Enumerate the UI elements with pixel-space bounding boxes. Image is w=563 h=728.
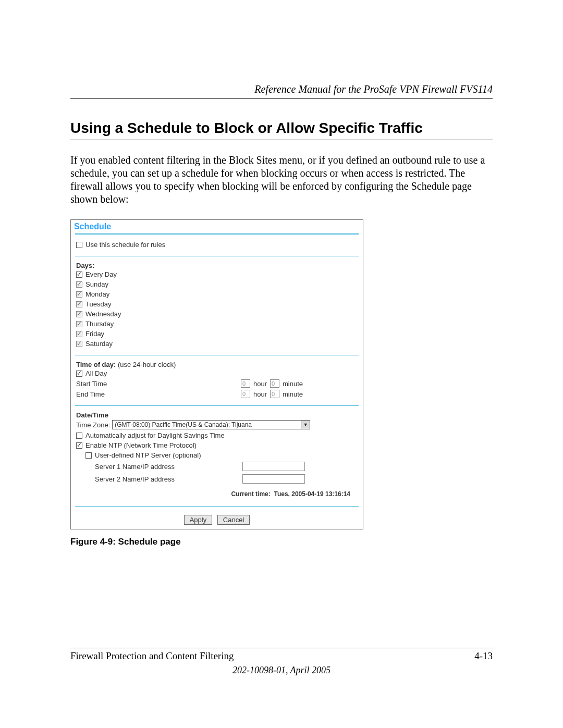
body-paragraph: If you enabled content filtering in the … — [70, 154, 493, 206]
checkbox-all-day[interactable] — [76, 371, 82, 377]
end-time-row: End Time 0 hour 0 minute — [76, 389, 358, 399]
datetime-header: Date/Time — [76, 411, 358, 419]
time-header-prefix: Time of day: — [76, 361, 116, 368]
apply-button[interactable]: Apply — [184, 515, 213, 525]
end-time-label: End Time — [76, 390, 238, 398]
all-day-label: All Day — [85, 369, 107, 377]
divider — [75, 256, 359, 256]
hour-unit: hour — [253, 390, 267, 398]
divider — [75, 405, 359, 406]
time-of-day-header: Time of day: (use 24-hour clock) — [76, 361, 358, 368]
checkbox-sunday[interactable] — [76, 281, 82, 288]
day-label: Every Day — [85, 270, 117, 278]
panel-title: Schedule — [71, 220, 363, 232]
start-time-label: Start Time — [76, 380, 238, 388]
use-schedule-checkbox[interactable] — [76, 242, 82, 248]
checkbox-ntp[interactable] — [76, 442, 82, 449]
end-hour-input[interactable]: 0 — [241, 390, 250, 398]
use-schedule-section: Use this schedule for rules — [71, 238, 363, 253]
checkbox-friday[interactable] — [76, 331, 82, 337]
start-time-row: Start Time 0 hour 0 minute — [76, 378, 358, 389]
server1-row: Server 1 Name/IP address — [76, 460, 358, 473]
day-label: Wednesday — [85, 310, 121, 318]
checkbox-thursday[interactable] — [76, 321, 82, 327]
time-section: Time of day: (use 24-hour clock) All Day… — [71, 359, 363, 402]
day-label: Thursday — [85, 320, 114, 328]
dst-label: Automatically adjust for Daylight Saving… — [85, 431, 225, 439]
time-header-note: (use 24-hour clock) — [116, 361, 176, 368]
running-header: Reference Manual for the ProSafe VPN Fir… — [70, 83, 493, 99]
end-minute-input[interactable]: 0 — [270, 390, 279, 398]
timezone-select[interactable]: (GMT-08:00) Pacific Time(US & Canada); T… — [112, 420, 310, 429]
datetime-section: Date/Time Time Zone: (GMT-08:00) Pacific… — [71, 409, 363, 503]
server1-input[interactable] — [242, 462, 305, 471]
server2-input[interactable] — [242, 474, 305, 484]
day-label: Friday — [85, 330, 104, 338]
day-label: Saturday — [85, 340, 113, 348]
current-time-label: Current time: — [231, 490, 270, 498]
start-hour-input[interactable]: 0 — [241, 379, 250, 388]
section-heading: Using a Schedule to Block or Allow Speci… — [70, 120, 493, 140]
chevron-down-icon: ▼ — [301, 421, 310, 429]
schedule-panel: Schedule Use this schedule for rules Day… — [70, 219, 363, 529]
footer-docnum: 202-10098-01, April 2005 — [70, 665, 493, 676]
current-time: Current time: Tues, 2005-04-19 13:16:14 — [76, 485, 358, 500]
footer-page-number: 4-13 — [474, 650, 493, 662]
checkbox-wednesday[interactable] — [76, 311, 82, 317]
document-page: Reference Manual for the ProSafe VPN Fir… — [0, 0, 563, 728]
figure-wrap: Schedule Use this schedule for rules Day… — [70, 219, 493, 547]
day-label: Tuesday — [85, 300, 111, 308]
days-header: Days: — [76, 262, 358, 269]
figure-caption: Figure 4-9: Schedule page — [70, 537, 493, 547]
page-footer: Firewall Protection and Content Filterin… — [70, 648, 493, 676]
server2-label: Server 2 Name/IP address — [95, 475, 238, 483]
footer-chapter: Firewall Protection and Content Filterin… — [70, 650, 234, 662]
use-schedule-label: Use this schedule for rules — [85, 241, 165, 249]
hour-unit: hour — [253, 380, 267, 388]
checkbox-saturday[interactable] — [76, 341, 82, 347]
checkbox-tuesday[interactable] — [76, 301, 82, 307]
day-label: Sunday — [85, 280, 108, 288]
cancel-button[interactable]: Cancel — [217, 515, 250, 525]
tz-value: (GMT-08:00) Pacific Time(US & Canada); T… — [115, 421, 252, 428]
divider — [75, 233, 359, 235]
minute-unit: minute — [283, 390, 303, 398]
checkbox-user-ntp[interactable] — [85, 452, 92, 459]
days-section: Days: Every Day Sunday Monday Tuesday — [71, 260, 363, 352]
minute-unit: minute — [283, 380, 303, 388]
start-minute-input[interactable]: 0 — [270, 379, 279, 388]
current-time-value: Tues, 2005-04-19 13:16:14 — [274, 490, 350, 498]
checkbox-every-day[interactable] — [76, 272, 82, 278]
divider — [75, 355, 359, 355]
ntp-label: Enable NTP (Network Time Protocol) — [85, 441, 197, 449]
checkbox-monday[interactable] — [76, 291, 82, 298]
tz-label: Time Zone: — [76, 421, 110, 429]
checkbox-dst[interactable] — [76, 433, 82, 439]
button-row: Apply Cancel — [71, 510, 363, 529]
server1-label: Server 1 Name/IP address — [95, 463, 238, 471]
day-label: Monday — [85, 290, 109, 298]
user-ntp-label: User-defined NTP Server (optional) — [95, 451, 201, 459]
divider — [75, 506, 359, 507]
timezone-row: Time Zone: (GMT-08:00) Pacific Time(US &… — [76, 419, 358, 430]
server2-row: Server 2 Name/IP address — [76, 473, 358, 485]
